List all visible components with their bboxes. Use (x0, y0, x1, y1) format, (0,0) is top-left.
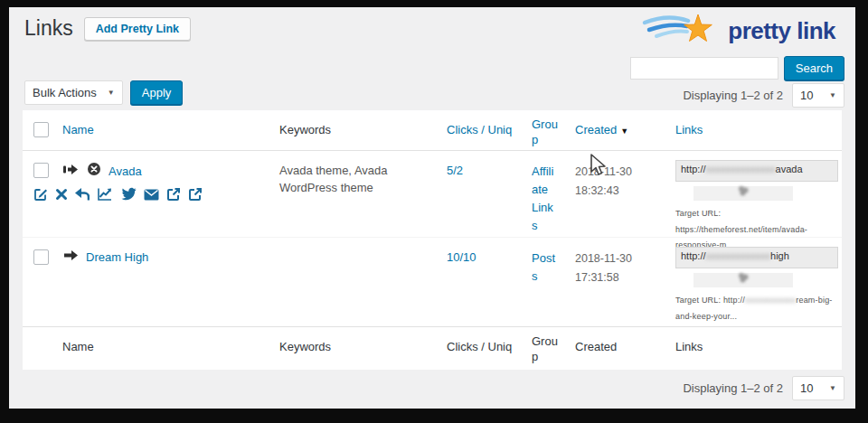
per-page-select-top[interactable]: 10 ▼ (792, 83, 844, 108)
apply-button[interactable]: Apply (130, 80, 184, 105)
nofollow-icon (87, 162, 101, 182)
column-header-name[interactable]: Name (53, 110, 270, 150)
per-page-select-bottom[interactable]: 10 ▼ (792, 376, 844, 400)
clicks-link[interactable]: 10/10 (438, 238, 521, 326)
caret-down-icon: ▼ (108, 89, 115, 97)
caret-down-icon: ▼ (829, 91, 836, 99)
search-button[interactable]: Search (784, 56, 844, 80)
external-link-icon[interactable] (166, 187, 181, 202)
redirect-type-icon (62, 163, 80, 182)
row-action-icons (33, 187, 203, 202)
tweet-icon[interactable] (120, 187, 137, 202)
created-cell: 2018-11-30 17:31:58 (566, 238, 661, 326)
footer-column-group: Group (521, 327, 566, 370)
redacted-url-text: xxxxxxxxxxxxxx (706, 164, 776, 174)
bulk-actions-label: Bulk Actions (33, 86, 97, 99)
footer-column-name: Name (53, 327, 270, 370)
sort-desc-icon: ▼ (620, 127, 628, 136)
links-table: Name Keywords Clicks / Uniq Group Create… (23, 110, 842, 370)
admin-page: Links Add Pretty Link pretty link Search… (9, 7, 855, 409)
redacted-target-text: xxxxxxxxxxxx (745, 296, 796, 305)
email-icon[interactable] (144, 189, 159, 201)
group-link[interactable]: Posts (521, 238, 566, 326)
displaying-count-bottom: Displaying 1–2 of 2 (683, 381, 783, 395)
pretty-link-logo-icon (641, 11, 724, 51)
copy-icon-strip[interactable] (693, 186, 793, 201)
row-checkbox[interactable] (33, 163, 49, 178)
pretty-url-field[interactable]: http://xxxxxxxxxxxxxhigh (675, 247, 838, 268)
target-url-text: Target URL: http://xxxxxxxxxxxxream-big-… (675, 293, 836, 324)
delete-icon[interactable] (55, 188, 68, 201)
edit-icon[interactable] (33, 187, 48, 202)
stats-icon[interactable] (97, 187, 113, 202)
redirect-arrow-icon (62, 249, 79, 268)
column-header-created[interactable]: Created▼ (566, 110, 661, 150)
page-title: Links (24, 16, 73, 41)
per-page-value: 10 (800, 381, 813, 395)
copy-icon (737, 271, 750, 289)
table-footer-row: Name Keywords Clicks / Uniq Group Create… (23, 326, 842, 370)
footer-column-created: Created (566, 327, 661, 370)
column-header-links[interactable]: Links (661, 110, 842, 150)
footer-column-keywords: Keywords (270, 327, 438, 370)
link-name[interactable]: Avada (108, 164, 142, 181)
pretty-link-logo: pretty link (641, 11, 835, 51)
reset-icon[interactable] (75, 188, 90, 202)
redacted-url-text: xxxxxxxxxxxxx (706, 250, 771, 261)
link-name[interactable]: Dream High (86, 249, 148, 267)
select-all-checkbox[interactable] (33, 122, 49, 137)
external-link-icon-2[interactable] (188, 187, 203, 202)
bulk-actions-select[interactable]: Bulk Actions ▼ (24, 80, 123, 105)
copy-icon-strip[interactable] (693, 273, 793, 287)
table-header-row: Name Keywords Clicks / Uniq Group Create… (23, 110, 842, 151)
footer-column-clicks: Clicks / Uniq (438, 327, 521, 370)
pretty-link-logo-text: pretty link (728, 17, 835, 45)
per-page-value: 10 (800, 89, 813, 102)
links-cell: http://xxxxxxxxxxxxxhigh Target URL: htt… (661, 238, 842, 326)
column-header-keywords: Keywords (270, 110, 438, 150)
displaying-count-top: Displaying 1–2 of 2 (683, 89, 783, 102)
column-header-group[interactable]: Group (521, 110, 566, 150)
column-header-clicks[interactable]: Clicks / Uniq (438, 110, 521, 150)
keywords-cell (270, 238, 438, 326)
caret-down-icon: ▼ (829, 384, 836, 392)
search-input[interactable] (630, 57, 778, 80)
row-checkbox[interactable] (33, 249, 49, 265)
add-pretty-link-button[interactable]: Add Pretty Link (84, 17, 191, 41)
footer-column-links: Links (661, 327, 842, 370)
table-row: Avada (23, 151, 842, 237)
pretty-url-field[interactable]: http://xxxxxxxxxxxxxxavada (675, 160, 838, 182)
copy-icon (737, 184, 750, 202)
table-row: Dream High 10/10 Posts 2018-11-30 17:31:… (23, 237, 842, 326)
